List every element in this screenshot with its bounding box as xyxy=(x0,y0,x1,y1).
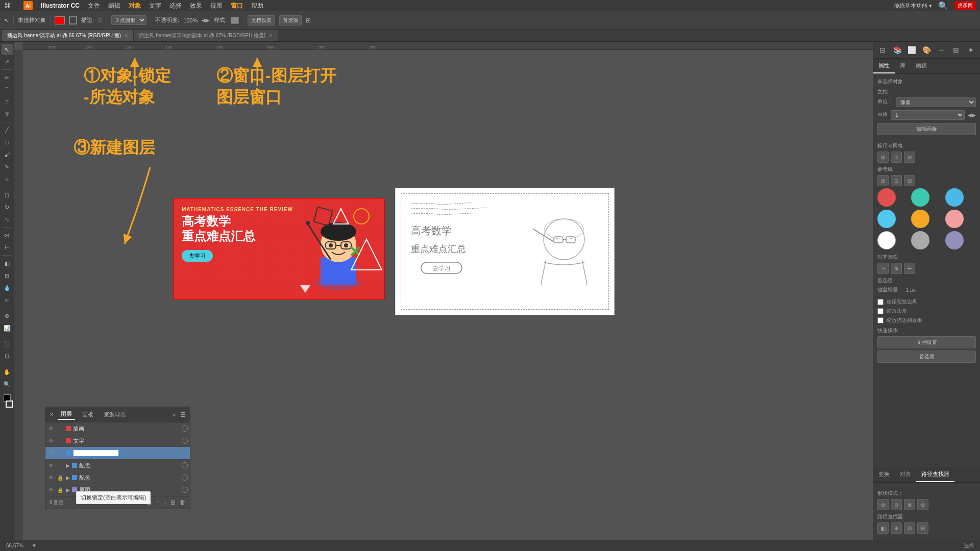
properties-icon[interactable]: ⊟ xyxy=(877,44,888,56)
type-tool[interactable]: T xyxy=(2,96,13,108)
workspace-select[interactable]: 传统基本功能 ▾ xyxy=(894,2,932,10)
edit-artboard-btn[interactable]: 编辑画板 xyxy=(877,123,976,135)
apple-icon[interactable]: ⌘ xyxy=(4,2,11,10)
shape-tool[interactable]: □ xyxy=(2,137,13,148)
menu-text[interactable]: 文字 xyxy=(149,2,161,10)
lock-icon-colors2[interactable]: 🔒 xyxy=(57,475,64,481)
tab-2-close[interactable]: ✕ xyxy=(268,33,273,38)
rotate-tool[interactable]: ↻ xyxy=(2,202,13,213)
transform-tab[interactable]: 变换 xyxy=(873,467,895,482)
layer-vis-illustration[interactable] xyxy=(182,425,188,432)
align-center-btn[interactable]: ⊕ xyxy=(891,263,902,274)
trash-icon[interactable]: 🗑 xyxy=(180,499,186,506)
blend-tool[interactable]: ∞ xyxy=(2,294,13,306)
color-icon[interactable]: 🎨 xyxy=(921,44,932,56)
line-tool[interactable]: ╱ xyxy=(2,124,13,136)
unit-select[interactable]: 像素 xyxy=(896,97,976,107)
pen-tool[interactable]: ✏ xyxy=(2,72,13,83)
eye-icon-colors2[interactable]: 👁 xyxy=(47,475,55,481)
trim-btn[interactable]: ◧ xyxy=(877,522,889,534)
layer-row-colors-2[interactable]: 👁 🔒 ▶ 配色 xyxy=(45,471,190,484)
merge-btn[interactable]: ⊞ xyxy=(891,522,902,534)
layer-row-text[interactable]: 👁 文字 xyxy=(45,435,190,447)
layer-row-colors-1[interactable]: 👁 ▶ 配色 xyxy=(45,459,190,471)
preview-bounds-checkbox[interactable] xyxy=(877,299,884,305)
swatch-orange[interactable] xyxy=(911,210,929,228)
menu-file[interactable]: 文件 xyxy=(88,2,100,10)
expand-icon-colors1[interactable]: ▶ xyxy=(66,463,70,468)
hand-tool[interactable]: ✋ xyxy=(2,366,13,378)
artboard-tool[interactable]: ⬛ xyxy=(2,338,13,349)
swatch-pink[interactable] xyxy=(945,210,964,228)
swatch-white[interactable] xyxy=(877,231,896,249)
artboards-tab[interactable]: 画板 xyxy=(911,59,932,73)
menu-effects[interactable]: 效果 xyxy=(190,2,202,10)
menu-window[interactable]: 窗口 xyxy=(231,2,243,10)
warp-tool[interactable]: ⋈ xyxy=(2,230,13,241)
eye-icon-original[interactable]: 👁 xyxy=(47,487,55,493)
panel-collapse-icon[interactable]: « xyxy=(173,411,176,418)
swatch-lavender[interactable] xyxy=(945,231,964,249)
curvature-tool[interactable]: ⌒ xyxy=(2,84,13,95)
eye-icon-editing[interactable]: 👁 xyxy=(47,450,55,456)
template-icon[interactable]: ⊞ xyxy=(170,499,176,506)
menu-help[interactable]: 帮助 xyxy=(251,2,263,10)
layer-vis-colors2[interactable] xyxy=(182,474,188,481)
swatch-cyan[interactable] xyxy=(877,210,896,228)
search-icon[interactable]: 🔍 xyxy=(938,1,948,11)
pencil-tool[interactable]: ✎ xyxy=(2,161,13,172)
snap-grid-btn[interactable]: ⊞ xyxy=(877,152,889,163)
banner-btn[interactable]: 去学习 xyxy=(182,250,213,262)
layer-tab-artboards[interactable]: 画板 xyxy=(79,410,96,419)
guide-btn-1[interactable]: ⊞ xyxy=(877,175,889,186)
intersect-btn[interactable]: ⊗ xyxy=(904,499,915,510)
guide-btn-3[interactable]: ⊟ xyxy=(904,175,915,186)
layer-vis-original[interactable] xyxy=(182,487,188,493)
slice-tool[interactable]: ⊡ xyxy=(2,350,13,362)
tab-1[interactable]: 插边风-banner演示稿.ai @ 66.67% (RGB/GPU 推) ✕ xyxy=(2,30,134,41)
unite-btn[interactable]: ⊕ xyxy=(877,499,889,510)
properties-tab[interactable]: 属性 xyxy=(873,59,895,73)
direct-selection-tool[interactable]: ↗ xyxy=(2,56,13,67)
swatch-blue[interactable] xyxy=(945,188,964,207)
tab-2[interactable]: 插边风-banner演示稿的副本.ai @ 67% [RGB/GPU 推显] ✕ xyxy=(134,30,278,41)
quick-doc-settings-btn[interactable]: 文档设置 xyxy=(877,336,976,348)
scale-strokes-checkbox[interactable] xyxy=(877,317,884,323)
swatch-red[interactable] xyxy=(877,188,896,207)
zoom-tool[interactable]: 🔍 xyxy=(2,379,13,390)
opacity-value[interactable]: 100% xyxy=(183,17,198,23)
pathfinder-tab[interactable]: 路径查找器 xyxy=(916,467,954,482)
artboard-arrows[interactable]: ◀▶ xyxy=(968,112,976,118)
artboard-icon[interactable]: ⬜ xyxy=(906,44,917,56)
arrange-icon[interactable]: ⊞ xyxy=(306,17,311,24)
artboard-select[interactable]: 1 xyxy=(891,110,965,120)
paintbrush-tool[interactable]: 🖌 xyxy=(2,149,13,160)
menu-select[interactable]: 选择 xyxy=(169,2,182,10)
layer-tab-export[interactable]: 资源导出 xyxy=(101,410,129,419)
swatch-gray[interactable] xyxy=(911,231,929,249)
effects-icon[interactable]: ✦ xyxy=(965,44,976,56)
touch-type-tool[interactable]: 𝐓 xyxy=(2,109,13,120)
panel-menu-icon[interactable]: ☰ xyxy=(180,411,186,418)
outline-btn[interactable]: ⊟ xyxy=(917,522,928,534)
layer-vis-text[interactable] xyxy=(182,438,188,444)
stroke-color[interactable] xyxy=(69,16,77,24)
expand-icon-original[interactable]: ▶ xyxy=(66,487,70,493)
eye-icon-text[interactable]: 👁 xyxy=(47,438,55,444)
close-panel-icon[interactable]: ✕ xyxy=(50,412,54,417)
shaper-tool[interactable]: ⟡ xyxy=(2,173,13,185)
align-right-btn[interactable]: ⊢ xyxy=(904,263,915,274)
layer-row-editing[interactable]: 👁 xyxy=(45,447,190,459)
eraser-tool[interactable]: ◻ xyxy=(2,189,13,201)
align-icon-right[interactable]: ⊞ xyxy=(951,44,962,56)
column-graph-tool[interactable]: 📊 xyxy=(2,322,13,334)
stroke-box[interactable] xyxy=(6,400,13,408)
symbol-sprayer-tool[interactable]: ⊛ xyxy=(2,310,13,321)
snap-pixel-btn[interactable]: ⊟ xyxy=(904,152,915,163)
transform-icon[interactable]: ↔ xyxy=(936,44,947,56)
align-left-btn[interactable]: ⊣ xyxy=(877,263,889,274)
layer-tab-layers[interactable]: 图层 xyxy=(58,409,75,420)
tab-1-close[interactable]: ✕ xyxy=(124,33,128,38)
selection-tool[interactable]: ↖ xyxy=(2,44,13,55)
align-tab[interactable]: 对齐 xyxy=(895,467,916,482)
